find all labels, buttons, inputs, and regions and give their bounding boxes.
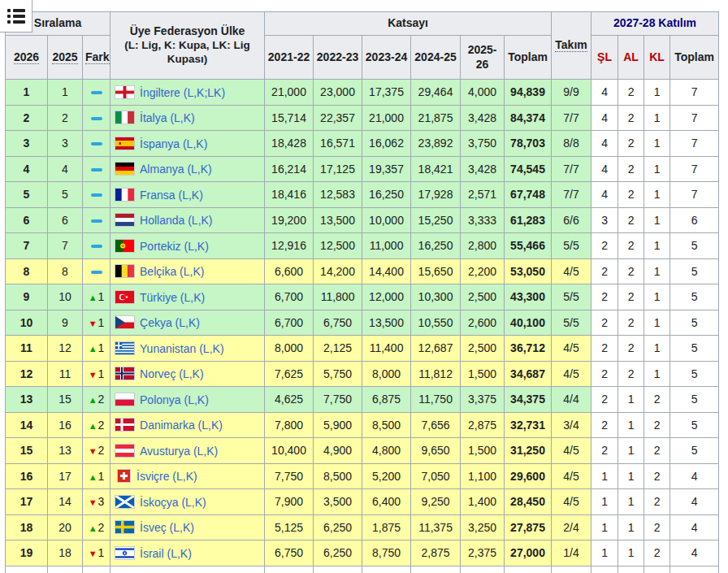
sl-cell: 2 [592,336,618,362]
season-1-cell: 5,750 [314,361,362,387]
country-link[interactable]: Çekya (L,K) [140,316,200,329]
season-0-cell: 6,750 [265,540,314,566]
steady-dash-icon [91,219,102,223]
country-link[interactable]: İskoçya (L,K) [140,496,206,509]
kl-cell: 2 [644,463,670,489]
steady-dash-icon [91,142,102,145]
season-1-cell: 4,900 [314,438,362,464]
country-cell: Hollanda (L,K) [110,207,265,233]
country-link[interactable]: İspanya (L,K) [140,137,207,150]
sl-cell: 4 [592,80,618,106]
country-link[interactable]: Yunanistan (L,K) [140,342,224,355]
header-season-2023-24: 2023-24 [362,36,411,80]
country-link[interactable]: Fransa (L,K) [140,189,203,202]
country-link[interactable]: Polonya (L,K) [140,393,209,406]
rank-2025-cell: 17 [48,463,83,489]
country-link[interactable]: Almanya (L,K) [140,163,212,176]
participation-total-cell: 5 [670,387,719,413]
season-2-cell: 19,357 [362,156,411,182]
al-cell: 2 [618,156,644,182]
fark-cell [83,233,110,259]
season-3-cell: 17,928 [411,182,461,208]
participation-total-cell: 7 [670,131,719,157]
steady-dash-icon [91,117,102,120]
rank-2026-cell: 4 [6,156,48,182]
header-kl: KL [644,36,670,80]
country-link[interactable]: Avusturya (L,K) [140,445,218,458]
country-cell: Fransa (L,K) [110,182,265,208]
country-link[interactable]: Belçika (L,K) [140,265,204,278]
kl-link[interactable]: KL [649,50,665,63]
season-0-cell: 18,428 [265,131,314,157]
total-cell: 84,374 [505,105,552,131]
rank-2026-cell: 11 [6,336,48,362]
country-link[interactable]: İsviçre (L,K) [136,470,197,483]
partial-cell [314,566,362,573]
flag-france-icon [115,188,135,202]
down-arrow-icon: ▼ [89,497,98,507]
katilim-link[interactable]: 2027-28 Katılım [613,16,696,29]
table-row: 1617▲1İsviçre (L,K)7,7508,5005,2007,0501… [6,463,719,489]
header-season-2024-25: 2024-25 [411,36,461,80]
al-link[interactable]: AL [623,50,639,63]
season-4-cell: 2,375 [461,540,505,566]
country-cell: İsrail (L,K) [110,540,265,566]
sl-cell: 2 [592,258,618,284]
teams-cell: 4/4 [552,387,592,413]
participation-total-cell: 4 [670,514,719,540]
sl-link[interactable]: ŞL [597,50,612,63]
season-3-cell: 2,875 [411,540,461,566]
up-arrow-icon: ▲ [89,523,98,533]
season-1-cell: 6,250 [314,540,362,566]
season-3-cell: 15,250 [411,207,461,233]
kl-cell: 2 [644,387,670,413]
season-2-cell: 8,000 [362,361,411,387]
country-link[interactable]: İsrail (L,K) [140,547,192,560]
participation-total-cell: 5 [670,438,719,464]
al-cell: 2 [618,233,644,259]
season-1-cell: 23,000 [314,80,362,106]
kl-cell: 1 [644,258,670,284]
steady-dash-icon [91,271,102,274]
country-link[interactable]: Danimarka (L,K) [140,419,223,432]
kl-cell: 1 [644,336,670,362]
season-1-cell: 12,583 [314,182,362,208]
fark-cell: ▼1 [83,540,110,566]
country-link[interactable]: Portekiz (L,K) [140,240,209,253]
table-row: 910▲1Türkiye (L,K)6,70011,80012,00010,30… [6,284,719,310]
country-cell: Almanya (L,K) [110,156,265,182]
country-link[interactable]: Türkiye (L,K) [140,291,205,304]
table-row: 1918▼1İsrail (L,K)6,7506,2508,7502,8752,… [6,540,719,566]
kl-cell: 1 [644,131,670,157]
season-1-cell: 8,500 [314,463,362,489]
header-country: Üye Federasyon Ülke (L: Lig, K: Kupa, LK… [110,12,265,80]
country-cell: Portekiz (L,K) [110,233,265,259]
participation-total-cell: 5 [670,310,719,336]
header-katsayi: Katsayı [265,12,552,36]
country-link[interactable]: Hollanda (L,K) [140,214,213,227]
season-1-cell: 2,125 [314,336,362,362]
teams-cell: 5/5 [552,310,592,336]
rank-2026-cell: 18 [6,514,48,540]
header-fark: Fark [83,36,110,80]
change-value: 1 [98,546,105,559]
participation-total-cell: 7 [670,156,719,182]
season-4-cell: 2,600 [461,310,505,336]
rank-2026-cell: 9 [6,284,48,310]
country-link[interactable]: İtalya (L,K) [140,111,195,124]
kl-cell: 1 [644,80,670,106]
season-4-cell: 3,250 [461,514,505,540]
toc-button[interactable] [0,0,32,33]
season-2-cell: 13,500 [362,310,411,336]
country-link[interactable]: İngiltere (L,K;LK) [140,86,225,99]
country-link[interactable]: İsveç (L,K) [140,521,194,534]
season-2-cell: 10,000 [362,207,411,233]
season-3-cell: 10,550 [411,310,461,336]
al-cell: 2 [618,80,644,106]
table-row: 1315▲2Polonya (L,K)4,6257,7506,87511,750… [6,387,719,413]
season-2-cell: 11,000 [362,233,411,259]
fark-cell [83,105,110,131]
country-link[interactable]: Norveç (L,K) [140,367,204,380]
season-1-cell: 11,800 [314,284,362,310]
season-2-cell: 8,500 [362,412,411,438]
